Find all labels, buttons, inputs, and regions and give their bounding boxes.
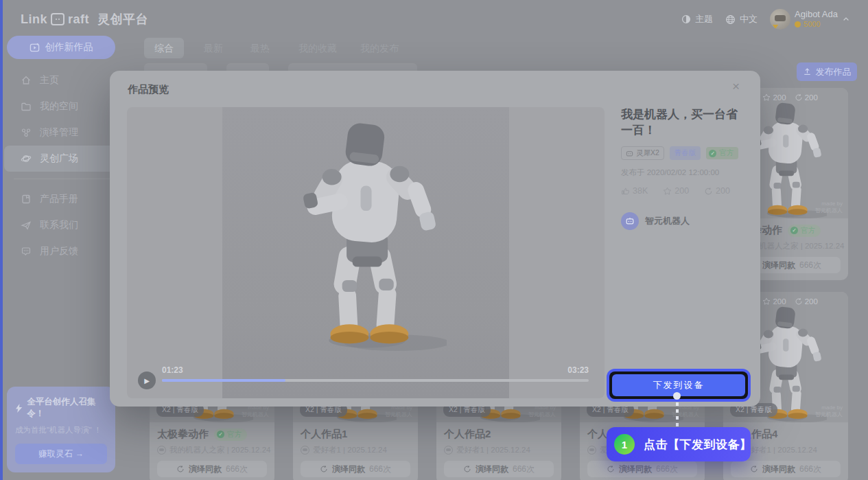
- user-menu[interactable]: Agibot Ada 5000: [770, 9, 850, 30]
- official-badge: ✓官方: [788, 225, 821, 237]
- guide-step-number: 1: [614, 434, 635, 455]
- like-icon: [621, 187, 630, 196]
- author-avatar-icon: [587, 446, 596, 455]
- robot-tag-icon: [626, 150, 633, 157]
- work-author-line: 爱好者1 | 2025.12.24: [444, 445, 554, 455]
- watermark: made by智元机器人: [815, 201, 843, 214]
- replay-same-button[interactable]: 演绎同款 666次: [301, 461, 410, 477]
- robot-video: [285, 122, 447, 358]
- upload-icon: [803, 67, 812, 76]
- tab-newest[interactable]: 最新: [198, 38, 229, 58]
- modal-title: 作品预览: [128, 83, 169, 96]
- star-icon: [762, 93, 771, 102]
- card-body: 个人作品2 爱好者1 | 2025.12.24 演绎同款 666次: [436, 422, 561, 480]
- share-stat[interactable]: 200: [704, 186, 730, 196]
- logo-c-icon: [51, 13, 64, 25]
- author-name: 智元机器人: [645, 215, 690, 227]
- publish-date: 发布于 2020/02/02 12:00:00: [621, 168, 749, 178]
- guide-tooltip: 1 点击【下发到设备】: [607, 427, 751, 461]
- tab-my-published[interactable]: 我的发布: [355, 38, 403, 58]
- earn-gems-button[interactable]: 赚取灵石 →: [15, 444, 107, 464]
- watermark: made by智元机器人: [815, 404, 843, 418]
- replay-icon: [463, 465, 471, 473]
- replay-same-button[interactable]: 演绎同款 666次: [587, 461, 697, 477]
- star-stat[interactable]: 200: [663, 186, 689, 196]
- folder-icon: [21, 101, 32, 112]
- publish-work-button[interactable]: 发布作品: [797, 62, 857, 81]
- sidebar-item-home[interactable]: 主页: [4, 67, 115, 93]
- chevron-up-icon: [842, 15, 850, 23]
- work-title: 个人作品1: [301, 428, 347, 441]
- replay-same-button[interactable]: 演绎同款 666次: [731, 461, 841, 477]
- author-avatar-icon: [157, 446, 166, 455]
- sidebar-item-my-space[interactable]: 我的空间: [4, 93, 115, 119]
- card-body: 个人作品1 爱好者1 | 2025.12.24 演绎同款 666次: [293, 422, 418, 480]
- watermark: made by智元机器人: [528, 404, 556, 418]
- theme-toggle[interactable]: 主题: [681, 13, 713, 25]
- user-name: Agibot Ada: [795, 9, 838, 19]
- home-icon: [21, 75, 32, 86]
- sidebar-item-contact-us[interactable]: 联系我们: [4, 212, 115, 238]
- guide-tooltip-text: 点击【下发到设备】: [644, 437, 752, 453]
- replay-icon: [795, 297, 803, 306]
- share-count: 200: [795, 93, 818, 102]
- work-author-line: 爱好者1 | 2025.12.24: [301, 445, 410, 455]
- linkcraft-app: { "colors":{"accent":"#4D6BFE","spotligh…: [0, 0, 868, 480]
- sidebar-item-feedback[interactable]: 用户反馈: [4, 238, 115, 264]
- sidebar-item-performance-management[interactable]: 演绎管理: [4, 119, 115, 146]
- official-badge: ✓官方: [214, 428, 247, 441]
- tab-hottest[interactable]: 最热: [244, 38, 276, 58]
- work-author-line: 我的机器人之家 | 2025.12.24: [157, 445, 267, 455]
- app-logo: LinkCraftLinkraft 灵创平台: [21, 11, 148, 27]
- work-title: 太极拳动作: [157, 428, 209, 441]
- close-icon[interactable]: ×: [732, 79, 740, 94]
- watermark: made by智元机器人: [242, 404, 269, 418]
- like-stat[interactable]: 38K: [621, 186, 648, 196]
- app-header: LinkCraftLinkraft 灵创平台 主题 中文 Agibot Ada …: [3, 0, 868, 38]
- progress-bar[interactable]: [162, 379, 589, 382]
- promo-subtitle: 成为首批"机器人导演" ！: [15, 425, 107, 435]
- sidebar: 创作新作品 主页 我的空间 演绎管理 灵创广场 产品手册 联系我们 用户反馈 全…: [3, 36, 121, 480]
- tab-all[interactable]: 综合: [144, 38, 184, 58]
- replay-icon: [750, 465, 758, 473]
- official-tag: ✓官方: [706, 147, 738, 159]
- star-icon: [762, 297, 771, 306]
- replay-icon: [176, 465, 185, 473]
- logo-zh: 灵创平台: [97, 11, 148, 27]
- replay-icon: [795, 93, 803, 102]
- lightning-icon: [15, 404, 23, 413]
- work-title: 个人作品2: [444, 428, 491, 441]
- sidebar-item-product-manual[interactable]: 产品手册: [4, 186, 115, 212]
- create-video-icon: [30, 43, 40, 53]
- guide-connector-dot: [673, 392, 681, 400]
- replay-icon: [607, 465, 615, 473]
- comment-icon: [21, 246, 32, 257]
- coin-icon: [795, 21, 801, 27]
- author-avatar-icon: [444, 446, 453, 455]
- sidebar-item-plaza[interactable]: 灵创广场: [4, 146, 115, 172]
- check-icon: ✓: [709, 150, 716, 157]
- work-preview-modal: 作品预览 × ▶ 01:23 03:23 我是机器人，买一台省一百！ 灵犀X2 …: [110, 71, 760, 407]
- language-switcher[interactable]: 中文: [725, 13, 758, 25]
- replay-same-button[interactable]: 演绎同款 666次: [157, 461, 267, 477]
- paper-plane-icon: [21, 220, 32, 231]
- robot-face-icon: [625, 216, 635, 226]
- share-count: 200: [795, 297, 818, 306]
- play-button[interactable]: ▶: [138, 372, 156, 389]
- author-avatar: [621, 212, 639, 230]
- globe-icon: [725, 14, 736, 25]
- planet-icon: [21, 153, 32, 164]
- create-work-button[interactable]: 创作新作品: [7, 36, 115, 59]
- book-icon: [21, 194, 32, 205]
- tab-my-favorites[interactable]: 我的收藏: [294, 38, 342, 58]
- edition-tag: 青春版: [670, 146, 701, 160]
- author-avatar-icon: [301, 446, 309, 455]
- user-avatar: [770, 9, 790, 30]
- author-row[interactable]: 智元机器人: [621, 212, 749, 230]
- replay-same-button[interactable]: 演绎同款 666次: [444, 461, 554, 477]
- duration: 03:23: [567, 365, 589, 375]
- watermark: made by智元机器人: [385, 404, 412, 418]
- guide-connector-line: [676, 402, 679, 427]
- star-count: 200: [762, 93, 786, 102]
- replay-icon: [320, 465, 328, 473]
